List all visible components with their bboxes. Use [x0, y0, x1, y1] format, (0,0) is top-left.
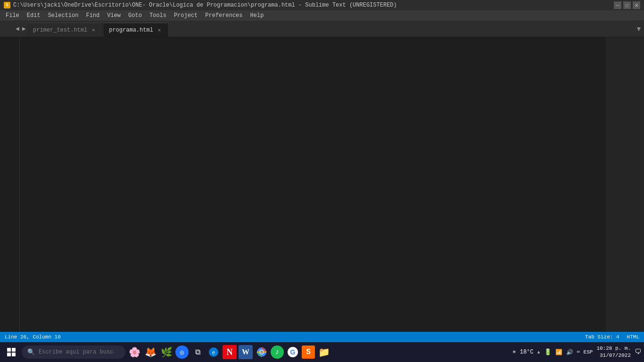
clock-date: 31/07/2022	[596, 352, 631, 359]
tab-close-programa[interactable]: ✕	[156, 27, 163, 33]
tab-dropdown-button[interactable]: ▼	[634, 20, 644, 37]
menu-view[interactable]: View	[103, 10, 124, 21]
taskbar-netflix-icon[interactable]: N	[223, 345, 237, 359]
menu-file[interactable]: File	[2, 10, 23, 21]
taskbar-cortana-icon[interactable]: ◎	[175, 346, 189, 359]
menu-project[interactable]: Project	[170, 10, 201, 21]
tab-next-button[interactable]: ▶	[21, 20, 27, 37]
title-bar-left: S C:\Users\jacki\OneDrive\Escritorio\ONE…	[4, 2, 397, 8]
menu-tools[interactable]: Tools	[146, 10, 170, 21]
tray-battery-icon: 🔋	[544, 348, 552, 356]
menu-preferences[interactable]: Preferences	[201, 10, 246, 21]
window-controls: ─ □ ✕	[614, 1, 640, 9]
tray-chevron-icon[interactable]: ▲	[537, 350, 540, 355]
tab-label-programa: programa.html	[109, 27, 153, 33]
tab-prev-button[interactable]: ◀	[14, 20, 21, 37]
search-bar[interactable]: 🔍	[22, 346, 125, 359]
status-right: Tab Size: 4 HTML	[585, 334, 639, 340]
clock-time: 10:28 p. m.	[596, 345, 631, 352]
taskbar-emoji-flower[interactable]: 🌸	[127, 345, 141, 359]
menu-bar: File Edit Selection Find View Goto Tools…	[0, 10, 644, 21]
tray-volume-icon: 🔊	[566, 349, 573, 356]
tray-notification-icon[interactable]: 🗨	[635, 348, 641, 356]
menu-selection[interactable]: Selection	[44, 10, 83, 21]
tab-label-primer: primer_test.html	[33, 27, 87, 33]
code-area[interactable]	[20, 37, 644, 332]
taskbar-sublime-icon[interactable]: S	[302, 346, 315, 359]
app-icon: S	[4, 2, 10, 8]
status-bar: Line 26, Column 10 Tab Size: 4 HTML	[0, 332, 644, 342]
svg-text:e: e	[212, 349, 215, 356]
taskbar-edge-icon[interactable]: e	[206, 345, 221, 359]
minimize-button[interactable]: ─	[614, 1, 621, 9]
taskbar-chrome-icon[interactable]	[255, 345, 269, 359]
taskbar-emoji-plant[interactable]: 🌿	[159, 345, 173, 359]
status-position[interactable]: Line 26, Column 10	[5, 334, 61, 340]
menu-edit[interactable]: Edit	[23, 10, 44, 21]
taskbar-emoji-fox[interactable]: 🦊	[143, 345, 157, 359]
system-tray: ☀️ 18°C ▲ 🔋 📶 🔊 ⌨ ESP 10:28 p. m. 31/07/…	[512, 345, 641, 360]
tray-temperature: 18°C	[520, 349, 534, 355]
menu-help[interactable]: Help	[247, 10, 268, 21]
search-icon: 🔍	[27, 348, 35, 356]
close-button[interactable]: ✕	[633, 1, 640, 9]
clock[interactable]: 10:28 p. m. 31/07/2022	[596, 345, 631, 360]
menu-find[interactable]: Find	[82, 10, 103, 21]
status-syntax[interactable]: HTML	[627, 334, 639, 340]
tab-programa[interactable]: programa.html ✕	[103, 23, 169, 37]
start-button[interactable]	[3, 344, 20, 361]
tray-network-icon: 📶	[555, 349, 562, 356]
tab-close-primer[interactable]: ✕	[90, 27, 97, 33]
taskbar-word-icon[interactable]: W	[239, 345, 253, 359]
maximize-button[interactable]: □	[623, 1, 631, 9]
svg-text:G: G	[290, 348, 296, 356]
search-input[interactable]	[39, 349, 114, 355]
status-left: Line 26, Column 10	[5, 334, 61, 340]
menu-goto[interactable]: Goto	[124, 10, 146, 21]
taskbar-google-icon[interactable]: G	[286, 345, 300, 359]
taskbar-task-view-icon[interactable]: ⧉	[190, 345, 205, 359]
taskbar-files-icon[interactable]: 📁	[317, 345, 331, 359]
windows-logo-icon	[7, 348, 16, 356]
tray-sun-icon: ☀️	[512, 348, 516, 356]
line-numbers	[0, 37, 20, 332]
tab-bar: ◀ ▶ primer_test.html ✕ programa.html ✕ ▼	[0, 21, 644, 37]
tray-keyboard-icon: ⌨	[577, 349, 580, 355]
tray-language[interactable]: ESP	[584, 349, 593, 355]
editor	[0, 37, 644, 332]
tab-primer-test[interactable]: primer_test.html ✕	[27, 23, 103, 37]
window-title: C:\Users\jacki\OneDrive\Escritorio\ONE- …	[13, 2, 397, 8]
minimap	[606, 37, 644, 332]
taskbar: 🔍 🌸 🦊 🌿 ◎ ⧉ e N W ♪ G S 📁 ☀️ 18°C	[0, 342, 644, 362]
taskbar-spotify-icon[interactable]: ♪	[271, 346, 284, 359]
title-bar: S C:\Users\jacki\OneDrive\Escritorio\ONE…	[0, 0, 644, 10]
status-tab-size[interactable]: Tab Size: 4	[585, 334, 619, 340]
